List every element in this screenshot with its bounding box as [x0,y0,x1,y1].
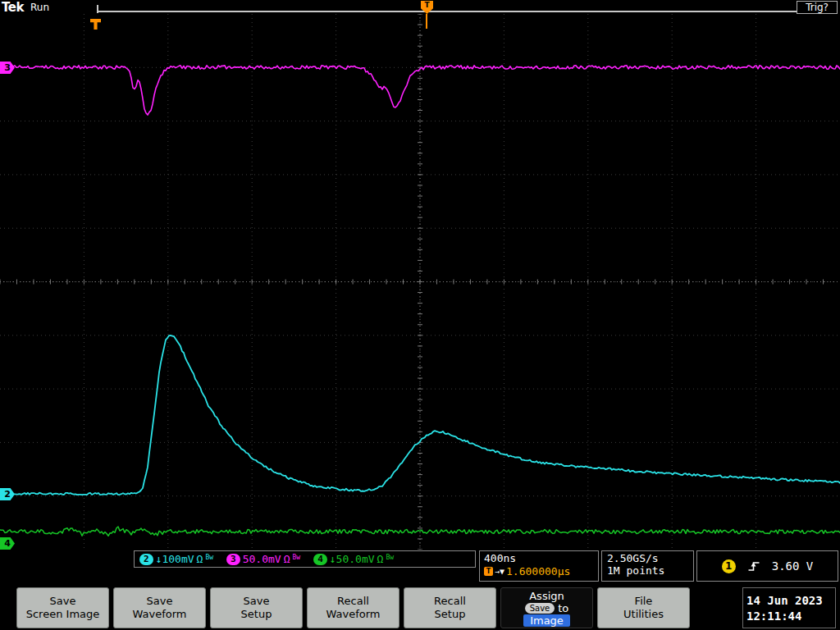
button-label: Recall [434,595,466,608]
channel-2-readout[interactable]: 2 ↓100mV Ω Bw [139,553,213,565]
assign-row: Save to [525,602,569,614]
channel-4-scale: ↓50.0mV [330,553,375,565]
trace-ch2 [0,336,840,495]
channel-3-badge: 3 [226,554,240,565]
button-label: Save [147,595,173,608]
record-length: 1M points [607,564,688,577]
oscilloscope-screen: Tek Run T Trig? 3 2 4 2 ↓100mV Ω Bw 3 50… [0,0,840,630]
save-waveform-button[interactable]: Save Waveform [113,587,206,628]
button-label: Utilities [623,608,664,621]
button-label: Save [244,595,270,608]
button-label: Waveform [133,608,187,621]
file-utilities-button[interactable]: File Utilities [597,587,690,628]
channel-3-readout[interactable]: 3 50.0mV Ω Bw [226,553,300,565]
save-key-chip: Save [525,603,555,614]
horizontal-scale: 400ns [484,552,594,564]
channel-3-scale: 50.0mV [243,553,281,565]
date-label: 14 Jun 2023 [746,594,832,607]
trigger-point-line [426,14,427,29]
record-view-bar [97,5,833,13]
button-label: Setup [241,608,272,621]
time-label: 12:11:44 [746,609,832,623]
horizontal-readout[interactable]: 400ns T →▼ 1.600000µs [479,550,599,582]
assign-target-chip: Image [523,614,570,627]
datetime-panel: 14 Jun 2023 12:11:44 [742,587,836,628]
trigger-level: 3.60 V [772,559,814,573]
trigger-source-badge: 1 [722,559,736,573]
channel-4-badge: 4 [313,554,327,565]
header-bar: Tek Run T Trig? [0,0,840,14]
assign-save-to-image-button[interactable]: Assign Save to Image [500,587,593,628]
channel-2-badge: 2 [139,554,153,565]
acquisition-status: Run [30,2,49,13]
button-label: Waveform [326,608,381,621]
waveform-plot [0,14,840,550]
tek-logo: Tek [2,0,24,15]
button-label: Screen Image [26,608,100,621]
channel-2-scale: ↓100mV [156,553,194,565]
graticule-display: 3 2 4 [0,14,840,550]
channel-3-bandwidth-icon: Bw [292,554,300,561]
sample-rate: 2.50GS/s [607,552,688,564]
delay-value: 1.600000µs [506,565,570,578]
channel-4-readout[interactable]: 4 ↓50.0mV Ω Bw [313,553,394,565]
channel-readouts-box: 2 ↓100mV Ω Bw 3 50.0mV Ω Bw 4 ↓50.0mV Ω … [134,550,476,568]
trigger-readout[interactable]: 1 3.60 V [696,550,838,582]
channel-2-bandwidth-icon: Bw [205,554,213,561]
channel-4-bandwidth-icon: Bw [386,554,394,561]
rising-edge-icon [747,559,760,573]
button-label: Save [50,595,76,608]
channel-4-coupling: Ω [377,553,384,565]
trigger-t-icon: T [484,567,493,576]
delay-readout: T →▼ 1.600000µs [484,565,594,578]
button-label: File [635,595,653,608]
recall-setup-button[interactable]: Recall Setup [404,587,496,628]
trigger-status-badge: Trig? [797,1,838,14]
readout-strip: 2 ↓100mV Ω Bw 3 50.0mV Ω Bw 4 ↓50.0mV Ω … [0,550,840,584]
button-label: Assign [529,590,564,602]
save-screen-image-button[interactable]: Save Screen Image [16,587,109,628]
channel-3-coupling: Ω [284,553,290,565]
recall-waveform-button[interactable]: Recall Waveform [307,587,399,628]
bottom-menu: Save Screen Image Save Waveform Save Set… [0,584,840,630]
acquisition-readout[interactable]: 2.50GS/s 1M points [601,550,694,582]
button-label: to [558,602,568,614]
delay-arrow-icon: →▼ [495,567,504,576]
button-label: Recall [337,595,369,608]
channel-2-coupling: Ω [197,553,203,565]
save-setup-button[interactable]: Save Setup [210,587,303,628]
button-label: Setup [435,608,466,621]
record-view-line [98,11,832,12]
